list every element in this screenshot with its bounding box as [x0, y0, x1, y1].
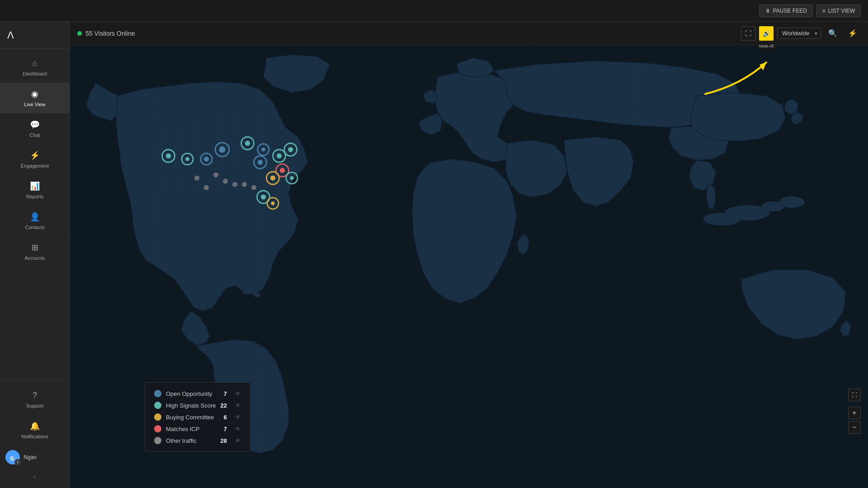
sidebar-label-chat: Chat — [29, 132, 40, 138]
sidebar-collapse-button[interactable]: ‹ — [0, 469, 70, 484]
sidebar-item-chat[interactable]: 💬 Chat — [0, 113, 70, 144]
sidebar-item-engagement[interactable]: ⚡ Engagement — [0, 144, 70, 175]
chat-icon: 💬 — [30, 120, 40, 130]
sidebar-label-reports: Reports — [26, 194, 44, 199]
legend-count-open-opportunity: 7 — [224, 390, 227, 397]
region-selector-wrapper: Worldwide — [777, 28, 821, 39]
legend-eye-buying-committee[interactable]: 👁 — [235, 414, 241, 421]
svg-point-39 — [245, 141, 250, 145]
online-indicator — [77, 31, 82, 36]
legend-count-buying-committee: 6 — [224, 414, 227, 421]
filter-button[interactable]: ⚡ — [844, 27, 861, 39]
mute-button[interactable]: 🔊 Mute All — [759, 26, 774, 41]
svg-point-56 — [194, 175, 199, 180]
legend-label-high-signals: High Signals Score — [166, 402, 216, 409]
avatar: g. 7 — [5, 450, 20, 465]
user-profile[interactable]: g. 7 Ngan — [0, 446, 70, 469]
zoom-out-icon: − — [852, 423, 856, 432]
dashboard-icon: ⌂ — [33, 59, 38, 68]
svg-point-51 — [270, 175, 275, 180]
svg-point-35 — [219, 146, 226, 153]
legend-dot-high-signals — [154, 402, 161, 409]
sound-icon: 🔊 — [763, 30, 770, 37]
map-container: 55 Visitors Online ⛶ 🔊 Mute All Worldwid… — [70, 22, 868, 488]
legend-item-other-traffic[interactable]: Other traffic 28 👁 — [154, 437, 241, 444]
svg-point-33 — [185, 157, 189, 161]
svg-point-57 — [204, 185, 209, 190]
legend-dot-other-traffic — [154, 437, 161, 444]
svg-point-45 — [288, 147, 293, 152]
search-icon: 🔍 — [828, 29, 837, 37]
legend-eye-high-signals[interactable]: 👁 — [235, 402, 241, 409]
svg-point-41 — [261, 148, 265, 151]
top-bar: ⏸ PAUSE FEED ≡ LIST VIEW — [0, 0, 868, 22]
sidebar-item-contacts[interactable]: 👤 Contacts — [0, 206, 70, 236]
svg-point-37 — [204, 156, 209, 161]
fullscreen-button[interactable]: ⛶ — [741, 26, 755, 41]
legend-dot-buying-committee — [154, 413, 161, 421]
legend-eye-other-traffic[interactable]: 👁 — [235, 437, 241, 444]
search-button[interactable]: 🔍 — [825, 27, 841, 39]
region-select[interactable]: Worldwide — [777, 28, 821, 39]
logo-icon: Λ — [7, 29, 14, 41]
sidebar-item-accounts[interactable]: ⊞ Accounts — [0, 236, 70, 267]
svg-point-31 — [166, 153, 171, 158]
user-name: Ngan — [24, 454, 37, 460]
sidebar: Λ ⌂ Dashboard ◉ Live View 💬 Chat ⚡ Engag… — [0, 22, 70, 488]
legend-item-open-opportunity[interactable]: Open Opportunity 7 👁 — [154, 390, 241, 397]
svg-point-53 — [290, 176, 293, 180]
svg-point-1 — [242, 289, 252, 294]
svg-point-54 — [213, 172, 218, 177]
sidebar-label-live-view: Live View — [24, 102, 46, 107]
accounts-icon: ⊞ — [32, 243, 38, 253]
svg-point-6 — [779, 197, 805, 208]
svg-point-43 — [277, 153, 282, 158]
fullscreen-toggle-icon: ⛶ — [852, 392, 857, 398]
legend-label-buying-committee: Buying Committee — [166, 414, 219, 421]
map-legend: Open Opportunity 7 👁 High Signals Score … — [145, 382, 250, 452]
zoom-in-icon: + — [852, 409, 856, 417]
map-header: 55 Visitors Online ⛶ 🔊 Mute All Worldwid… — [70, 22, 868, 45]
svg-point-62 — [261, 194, 266, 199]
legend-eye-open-opportunity[interactable]: 👁 — [235, 390, 241, 397]
legend-eye-matches-icp[interactable]: 👁 — [235, 426, 241, 432]
legend-dot-matches-icp — [154, 425, 161, 432]
sidebar-item-support[interactable]: ? Support — [0, 385, 70, 415]
legend-item-matches-icp[interactable]: Matches ICP 7 👁 — [154, 425, 241, 432]
reports-icon: 📊 — [30, 181, 40, 191]
main-content: Λ ⌂ Dashboard ◉ Live View 💬 Chat ⚡ Engag… — [0, 22, 868, 488]
fullscreen-icon: ⛶ — [745, 30, 751, 37]
legend-label-open-opportunity: Open Opportunity — [166, 390, 219, 397]
legend-label-other-traffic: Other traffic — [166, 437, 216, 444]
svg-point-47 — [258, 160, 263, 164]
live-view-icon: ◉ — [31, 89, 38, 99]
legend-count-matches-icp: 7 — [224, 426, 227, 432]
map-controls: ⛶ 🔊 Mute All Worldwide 🔍 ⚡ — [741, 26, 861, 41]
sidebar-item-dashboard[interactable]: ⌂ Dashboard — [0, 52, 70, 83]
pause-feed-button[interactable]: ⏸ PAUSE FEED — [759, 5, 813, 17]
svg-point-55 — [223, 178, 228, 183]
svg-point-58 — [232, 182, 237, 187]
zoom-out-button[interactable]: − — [848, 421, 861, 434]
sidebar-item-live-view[interactable]: ◉ Live View — [0, 83, 70, 113]
notifications-icon: 🔔 — [30, 421, 40, 431]
sidebar-bottom: ? Support 🔔 Notifications g. 7 Ngan ‹ — [0, 380, 70, 488]
svg-point-64 — [271, 202, 274, 205]
list-icon: ≡ — [822, 8, 826, 14]
sidebar-label-engagement: Engagement — [21, 163, 49, 169]
legend-label-matches-icp: Matches ICP — [166, 426, 219, 432]
sidebar-item-reports[interactable]: 📊 Reports — [0, 175, 70, 206]
engagement-icon: ⚡ — [30, 150, 40, 160]
legend-item-high-signals[interactable]: High Signals Score 22 👁 — [154, 402, 241, 409]
list-view-button[interactable]: ≡ LIST VIEW — [816, 5, 861, 17]
svg-point-2 — [253, 293, 261, 297]
svg-point-49 — [280, 168, 285, 173]
sidebar-nav: ⌂ Dashboard ◉ Live View 💬 Chat ⚡ Engagem… — [0, 49, 70, 380]
support-icon: ? — [33, 391, 37, 400]
legend-count-other-traffic: 28 — [221, 437, 227, 444]
legend-item-buying-committee[interactable]: Buying Committee 6 👁 — [154, 413, 241, 421]
zoom-controls: ⛶ + − — [848, 389, 861, 434]
fullscreen-toggle-button[interactable]: ⛶ — [848, 389, 861, 401]
zoom-in-button[interactable]: + — [848, 407, 861, 419]
sidebar-item-notifications[interactable]: 🔔 Notifications — [0, 415, 70, 446]
